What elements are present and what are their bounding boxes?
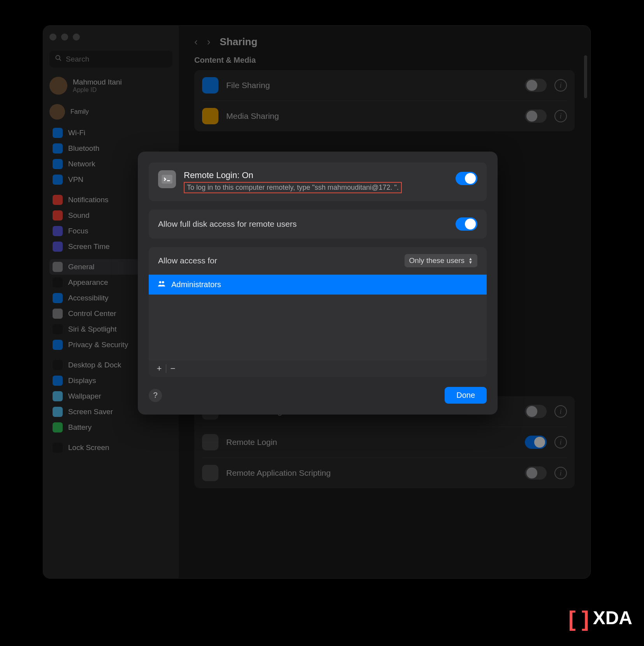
sidebar-icon (53, 376, 63, 386)
avatar (49, 77, 67, 95)
sidebar-icon (53, 443, 63, 453)
list-item[interactable]: Administrators (149, 275, 487, 295)
sidebar-item-label: Wallpaper (68, 392, 101, 401)
sidebar-item-label: General (68, 263, 95, 271)
forward-icon[interactable]: › (207, 36, 211, 48)
sidebar-icon (53, 195, 63, 205)
user-sub: Apple ID (73, 86, 122, 94)
sidebar-icon (53, 159, 63, 169)
access-value: Only these users (409, 256, 465, 265)
search-icon (55, 55, 62, 64)
sidebar-icon (53, 360, 63, 370)
fullscreen-icon[interactable] (73, 34, 80, 41)
row-label: Remote Login (226, 438, 517, 447)
row-toggle[interactable] (525, 436, 547, 449)
sharing-row: Media Sharing i (202, 101, 567, 131)
sidebar-icon (53, 293, 63, 303)
info-icon[interactable]: i (554, 110, 567, 122)
sidebar-icon (53, 422, 63, 432)
info-icon[interactable]: i (554, 467, 567, 479)
sidebar-icon (53, 277, 63, 288)
search-input[interactable]: Search (49, 51, 172, 67)
access-label: Allow access for (158, 256, 217, 265)
row-label: Remote Application Scripting (226, 468, 517, 478)
full-disk-row: Allow full disk access for remote users (149, 210, 487, 238)
add-button[interactable]: + (153, 362, 166, 375)
remote-login-modal: Remote Login: On To log in to this compu… (138, 152, 498, 415)
modal-title: Remote Login: On (184, 170, 448, 180)
chevron-updown-icon: ▲▼ (468, 257, 473, 264)
sharing-row: File Sharing i (202, 70, 567, 101)
row-icon (202, 434, 218, 450)
sidebar-icon (53, 226, 63, 236)
sidebar-item-label: Appearance (68, 278, 108, 287)
sidebar-icon (53, 324, 63, 334)
row-toggle[interactable] (525, 405, 547, 418)
sidebar-item-label: Focus (68, 227, 88, 235)
list-item-label: Administrators (171, 280, 221, 289)
minimize-icon[interactable] (61, 34, 68, 41)
scrollbar[interactable] (584, 55, 587, 98)
sharing-row-remote-application-scripting: Remote Application Scripting i (202, 458, 567, 488)
help-icon[interactable]: ? (149, 389, 162, 402)
sidebar-item-label: Network (68, 160, 95, 168)
full-disk-label: Allow full disk access for remote users (158, 219, 448, 229)
row-toggle[interactable] (525, 79, 547, 92)
back-icon[interactable]: ‹ (194, 36, 198, 48)
info-icon[interactable]: i (554, 79, 567, 92)
watermark: [ ] XDA (568, 605, 632, 630)
modal-desc: To log in to this computer remotely, typ… (187, 184, 399, 192)
modal-footer: ? Done (149, 387, 487, 404)
watermark-label: XDA (593, 607, 632, 628)
sidebar-item-battery[interactable]: Battery (49, 420, 172, 435)
sidebar-item-label: Battery (68, 423, 91, 432)
sidebar-item-label: Wi-Fi (68, 129, 85, 137)
sidebar-icon (53, 175, 63, 185)
sidebar-icon (53, 242, 63, 252)
sidebar-item-label: Screen Time (68, 242, 110, 251)
search-placeholder: Search (66, 55, 89, 64)
svg-point-4 (162, 281, 164, 283)
sidebar-icon (53, 340, 63, 350)
sidebar-item-lock-screen[interactable]: Lock Screen (49, 440, 172, 455)
sharing-row-remote-login: Remote Login i (202, 427, 567, 458)
done-button[interactable]: Done (445, 387, 487, 404)
page-title: Sharing (220, 36, 257, 48)
list-footer: + − (149, 360, 487, 377)
family-row[interactable]: Family (49, 104, 172, 120)
row-toggle[interactable] (525, 109, 547, 123)
sidebar-icon (53, 407, 63, 417)
svg-line-1 (59, 59, 61, 61)
row-label: Media Sharing (226, 111, 517, 121)
family-label: Family (70, 108, 89, 115)
full-disk-toggle[interactable] (456, 217, 477, 231)
sidebar-item-label: Desktop & Dock (68, 361, 121, 369)
info-icon[interactable]: i (554, 405, 567, 418)
traffic-lights (49, 34, 172, 41)
bracket-icon: [ ] (568, 606, 589, 631)
remote-login-toggle[interactable] (456, 172, 477, 185)
svg-rect-2 (162, 175, 172, 183)
sidebar-item-wi-fi[interactable]: Wi-Fi (49, 125, 172, 141)
access-dropdown[interactable]: Only these users ▲▼ (405, 254, 477, 267)
user-name: Mahmoud Itani (73, 78, 122, 86)
info-icon[interactable]: i (554, 436, 567, 448)
row-icon (202, 108, 218, 124)
close-icon[interactable] (49, 34, 56, 41)
svg-point-0 (56, 55, 60, 60)
sidebar-item-label: Control Center (68, 309, 116, 318)
content-media-card: File Sharing i Media Sharing i (194, 70, 575, 131)
terminal-icon (158, 170, 176, 188)
sidebar-item-label: Siri & Spotlight (68, 325, 117, 334)
modal-header: Remote Login: On To log in to this compu… (149, 162, 487, 201)
sidebar-item-label: Bluetooth (68, 144, 99, 153)
sidebar-icon (53, 391, 63, 401)
access-block: Allow access for Only these users ▲▼ Adm… (149, 247, 487, 377)
row-toggle[interactable] (525, 466, 547, 480)
sidebar-icon (53, 143, 63, 154)
apple-id-row[interactable]: Mahmoud Itani Apple ID (49, 77, 172, 95)
remove-button[interactable]: − (166, 362, 179, 375)
sidebar-icon (53, 128, 63, 138)
sidebar-icon (53, 309, 63, 319)
sidebar-icon (53, 262, 63, 272)
